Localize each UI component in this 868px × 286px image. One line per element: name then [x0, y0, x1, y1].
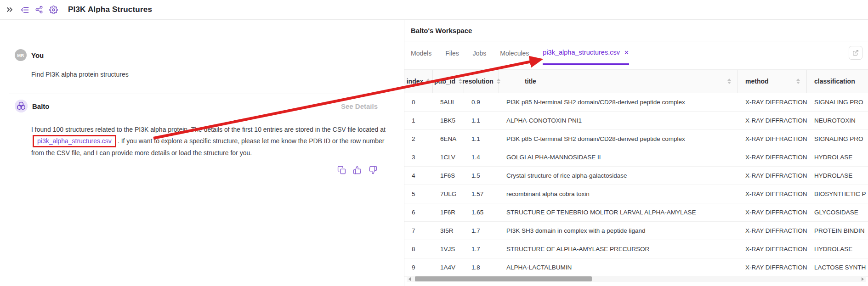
csv-file-link[interactable]: pi3k_alpha_structures.csv [37, 137, 112, 145]
cell-title: Crystal structure of rice alpha-galactos… [499, 172, 738, 179]
scrollbar-thumb[interactable] [415, 276, 592, 281]
cell-pdb_id: 1F6S [433, 172, 464, 179]
assistant-message-block: Balto See Details I found 100 structures… [15, 100, 403, 175]
cell-index: 7 [404, 227, 433, 234]
table-row[interactable]: 05AUL0.9PI3K p85 N-terminal SH2 domain/C… [404, 93, 868, 112]
cell-classification: LACTOSE SYNTH [807, 264, 868, 271]
scroll-left-arrow-icon[interactable] [408, 277, 411, 281]
sort-icon[interactable] [459, 79, 462, 84]
cell-resolution: 0.9 [464, 99, 499, 106]
cell-pdb_id: 1VJS [433, 246, 464, 252]
thumbs-up-icon[interactable] [353, 166, 362, 175]
table-row[interactable]: 91A4V1.8ALPHA-LACTALBUMINX-RAY DIFFRACTI… [404, 258, 868, 277]
chat-panel: MR You Find PI3K alpha protein structure… [0, 20, 403, 286]
assistant-avatar [15, 100, 28, 112]
cell-title: PI3K p85 C-terminal SH2 domain/CD28-deri… [499, 135, 738, 142]
table-row[interactable]: 57ULG1.57recombinant alpha cobra toxinX-… [404, 185, 868, 203]
message-divider [9, 94, 394, 94]
cell-title: recombinant alpha cobra toxin [499, 191, 738, 197]
cell-index: 5 [404, 191, 433, 197]
cell-method: X-RAY DIFFRACTION [738, 172, 807, 179]
cell-classification: NEUROTOXIN [807, 117, 868, 124]
sort-icon[interactable] [426, 79, 430, 84]
outline-icon[interactable] [20, 5, 30, 15]
csv-table: index pdb_id resolution title method [404, 69, 868, 277]
cell-method: X-RAY DIFFRACTION [738, 99, 807, 106]
cell-resolution: 1.5 [464, 172, 499, 179]
column-header-classification[interactable]: classification [807, 70, 868, 93]
annotation-highlight-box: pi3k_alpha_structures.csv [33, 135, 116, 147]
cell-method: X-RAY DIFFRACTION [738, 135, 807, 142]
cell-classification: GLYCOSIDASE [807, 209, 868, 216]
active-tab-label: pi3k_alpha_structures.csv [543, 49, 620, 56]
share-icon[interactable] [34, 5, 44, 15]
cell-resolution: 1.7 [464, 246, 499, 252]
scroll-right-arrow-icon[interactable] [862, 277, 864, 281]
tab-molecules[interactable]: Molecules [500, 41, 529, 65]
column-header-method[interactable]: method [738, 70, 807, 93]
cell-index: 4 [404, 172, 433, 179]
user-name: You [31, 51, 44, 59]
assistant-name: Balto [32, 102, 50, 110]
tab-files[interactable]: Files [445, 41, 459, 65]
table-body: 05AUL0.9PI3K p85 N-terminal SH2 domain/C… [404, 93, 868, 277]
table-row[interactable]: 31CLV1.4GOLGI ALPHA-MANNOSIDASE IIX-RAY … [404, 148, 868, 167]
table-row[interactable]: 73I5R1.7PI3K SH3 domain in complex with … [404, 222, 868, 240]
cell-resolution: 1.4 [464, 154, 499, 161]
collapse-sidebar-icon[interactable] [5, 5, 15, 15]
column-header-resolution[interactable]: resolution [464, 70, 499, 93]
close-icon[interactable]: ✕ [624, 50, 629, 56]
external-link-icon[interactable] [849, 46, 862, 60]
cell-resolution: 1.65 [464, 209, 499, 216]
tab-csv-active[interactable]: pi3k_alpha_structures.csv ✕ [543, 41, 629, 65]
workspace-tabs: Models Files Jobs Molecules pi3k_alpha_s… [404, 41, 868, 65]
assistant-message-part1: I found 100 structures related to the PI… [31, 126, 386, 133]
thumbs-down-icon[interactable] [369, 166, 378, 175]
app-window: PI3K Alpha Structures MR You Find PI3K a… [0, 0, 868, 286]
cell-method: X-RAY DIFFRACTION [738, 264, 807, 271]
cell-pdb_id: 1CLV [433, 154, 464, 161]
table-row[interactable]: 26ENA1.1PI3K p85 C-terminal SH2 domain/C… [404, 130, 868, 148]
workspace-title: Balto's Workspace [411, 27, 472, 34]
cell-resolution: 1.1 [464, 135, 499, 142]
table-row[interactable]: 81VJS1.7STRUCTURE OF ALPHA-AMYLASE PRECU… [404, 240, 868, 258]
column-header-title[interactable]: title [499, 70, 738, 93]
settings-icon[interactable] [48, 5, 58, 15]
tab-jobs[interactable]: Jobs [473, 41, 487, 65]
page-title: PI3K Alpha Structures [68, 5, 152, 14]
table-row[interactable]: 11BK51.1ALPHA-CONOTOXIN PNI1X-RAY DIFFRA… [404, 112, 868, 130]
cell-method: X-RAY DIFFRACTION [738, 209, 807, 216]
cell-resolution: 1.57 [464, 191, 499, 197]
cell-pdb_id: 6ENA [433, 135, 464, 142]
cell-index: 0 [404, 99, 433, 106]
message-actions [15, 166, 378, 175]
cell-resolution: 1.8 [464, 264, 499, 271]
cell-title: ALPHA-LACTALBUMIN [499, 264, 738, 271]
cell-resolution: 1.7 [464, 227, 499, 234]
cell-classification: SIGNALING PRO [807, 135, 868, 142]
cell-pdb_id: 1BK5 [433, 117, 464, 124]
sort-icon[interactable] [796, 79, 800, 84]
copy-icon[interactable] [337, 166, 346, 175]
cell-method: X-RAY DIFFRACTION [738, 117, 807, 124]
cell-classification: HYDROLASE [807, 246, 868, 252]
cell-pdb_id: 7ULG [433, 191, 464, 197]
cell-title: PI3K SH3 domain in complex with a peptid… [499, 227, 738, 234]
cell-index: 9 [404, 264, 433, 271]
cell-method: X-RAY DIFFRACTION [738, 227, 807, 234]
topbar: PI3K Alpha Structures [0, 0, 868, 20]
table-row[interactable]: 61F6R1.65STRUCTURE OF TENEBRIO MOLITOR L… [404, 203, 868, 222]
see-details-button[interactable]: See Details [341, 102, 378, 110]
table-row[interactable]: 41F6S1.5Crystal structure of rice alpha-… [404, 167, 868, 185]
tab-models[interactable]: Models [411, 41, 431, 65]
cell-title: STRUCTURE OF TENEBRIO MOLITOR LARVAL ALP… [499, 209, 738, 216]
column-header-index[interactable]: index [404, 70, 433, 93]
column-header-pdb-id[interactable]: pdb_id [433, 70, 464, 93]
cell-resolution: 1.1 [464, 117, 499, 124]
cell-index: 6 [404, 209, 433, 216]
cell-pdb_id: 5AUL [433, 99, 464, 106]
cell-classification: HYDROLASE [807, 154, 868, 161]
sort-icon[interactable] [727, 79, 731, 84]
cell-index: 8 [404, 246, 433, 252]
cell-method: X-RAY DIFFRACTION [738, 191, 807, 197]
